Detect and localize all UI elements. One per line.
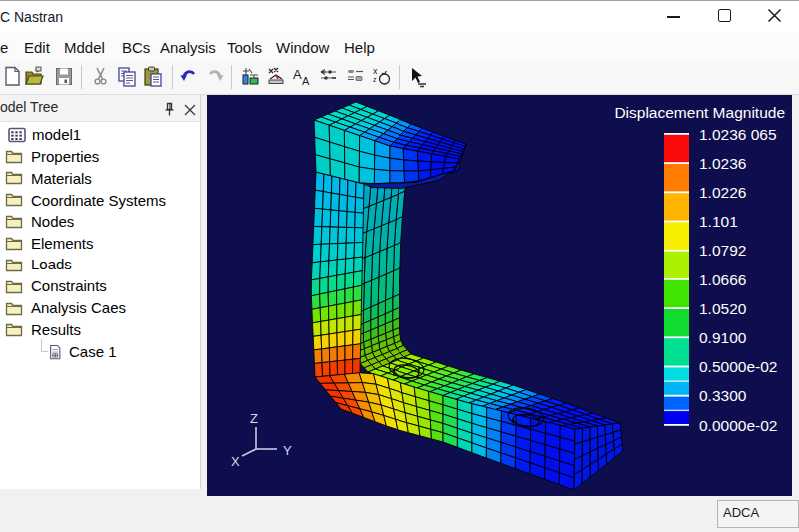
- svg-text:X: X: [231, 454, 240, 469]
- svg-text:1.101: 1.101: [699, 213, 738, 230]
- svg-text:0.9100: 0.9100: [699, 329, 747, 346]
- svg-text:1.0236 065: 1.0236 065: [699, 126, 777, 143]
- svg-text:x: x: [373, 66, 378, 76]
- svg-text:1.0236: 1.0236: [699, 155, 746, 172]
- svg-text:1.0226: 1.0226: [699, 184, 746, 201]
- svg-text:0.5000e-02: 0.5000e-02: [699, 358, 777, 375]
- svg-text:A: A: [302, 75, 310, 87]
- svg-text:1.0666: 1.0666: [699, 271, 746, 288]
- svg-text:0.3300: 0.3300: [699, 387, 747, 404]
- svg-text:1.0792: 1.0792: [699, 242, 746, 259]
- svg-text:A: A: [293, 67, 302, 82]
- svg-text:0.0000e-02: 0.0000e-02: [699, 417, 777, 434]
- svg-text:Y: Y: [283, 443, 292, 458]
- svg-text:1.0520: 1.0520: [699, 300, 747, 317]
- svg-text:z: z: [373, 76, 377, 83]
- svg-text:Z: Z: [250, 411, 258, 426]
